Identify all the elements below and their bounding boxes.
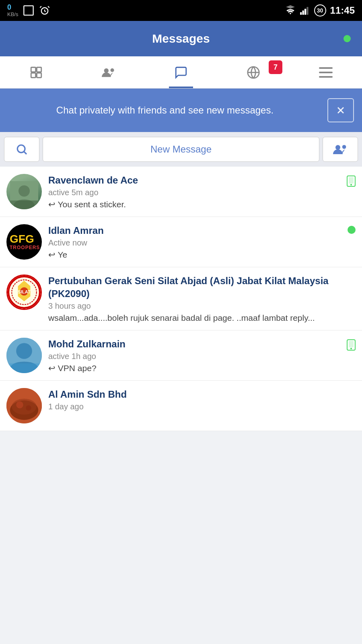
conv-content: Pertubuhan Gerak Seni Silat Abjad (Asli)… [48,275,356,322]
search-icon [15,143,28,156]
svg-rect-37 [6,363,42,373]
conversation-item[interactable]: SILAT Pertubuhan Gerak Seni Silat Abjad … [0,267,362,330]
conv-status: Active now [48,238,356,248]
svg-rect-5 [304,9,306,15]
svg-point-43 [12,398,37,415]
svg-point-36 [16,343,32,359]
svg-point-23 [342,145,346,149]
active-dot [348,226,356,234]
svg-rect-0 [24,6,33,15]
conv-content: Idlan Amran Active now ↩ Ye [48,224,356,260]
svg-line-21 [24,152,27,154]
conversation-item[interactable]: Al Amin Sdn Bhd 1 day ago [0,381,362,431]
svg-point-44 [16,401,23,409]
nav-tabs: 7 [0,56,362,89]
app-title: Messages [152,32,210,45]
svg-marker-2 [286,5,295,9]
person-silhouette [10,181,38,209]
conversation-item[interactable]: Ravenclawn de Ace active 5m ago ↩ You se… [0,167,362,217]
conv-name: Al Amin Sdn Bhd [48,388,356,400]
conv-name: Ravenclawn de Ace [48,174,356,186]
svg-rect-4 [302,10,304,15]
conversation-list: Ravenclawn de Ace active 5m ago ↩ You se… [0,167,362,431]
conv-preview: wsalam...ada....boleh rujuk senarai bada… [48,313,356,323]
mobile-icon [347,339,356,351]
svg-rect-28 [349,177,354,184]
online-indicator [343,35,351,42]
gfg-sub: TROOPERS [10,245,40,250]
status-indicator [347,175,356,188]
avatar: GFG TROOPERS [6,224,42,260]
alarm-icon [39,5,50,16]
gfg-logo: GFG [10,233,34,245]
svg-rect-7 [31,67,35,72]
svg-rect-39 [349,341,354,347]
contacts-button[interactable] [323,137,358,162]
alamin-avatar [6,388,42,423]
app-header: Messages [0,21,362,56]
promo-text: Chat privately with friends and see new … [8,103,322,117]
promo-close-button[interactable] [327,98,354,122]
svg-point-40 [350,348,352,349]
conversation-item[interactable]: Mohd Zulkarnain active 1h ago ↩ VPN ape? [0,330,362,381]
svg-point-22 [335,145,340,150]
conv-name: Pertubuhan Gerak Seni Silat Abjad (Asli)… [48,275,356,299]
conv-status: 3 hours ago [48,301,356,311]
action-bar: New Message [0,132,362,167]
conv-content: Ravenclawn de Ace active 5m ago ↩ You se… [48,174,356,209]
globe-badge: 7 [269,60,282,74]
search-button[interactable] [4,137,39,162]
contacts-icon [333,142,348,157]
svg-rect-26 [10,200,38,209]
data-speed: 0 KB/s [7,4,18,17]
svg-point-12 [111,68,114,72]
tab-menu[interactable] [290,56,362,88]
globe-icon [247,66,260,79]
status-indicator [347,339,356,352]
svg-rect-9 [31,73,35,77]
conv-content: Al Amin Sdn Bhd 1 day ago [48,388,356,414]
avatar [6,388,42,423]
friends-icon [102,66,115,79]
conv-preview: ↩ VPN ape? [48,363,356,373]
battery-30: 30 [314,4,326,17]
svg-rect-15 [319,67,333,69]
clock: 11:45 [330,5,355,16]
tab-news-feed[interactable] [0,56,72,88]
status-left: 0 KB/s [7,4,50,17]
conv-status: active 5m ago [48,188,356,197]
close-icon [335,105,346,116]
svg-rect-10 [37,73,41,77]
avatar [6,174,42,209]
svg-point-45 [26,405,31,411]
conv-name: Mohd Zulkarnain [48,338,356,350]
status-indicator [348,226,356,234]
news-feed-icon [29,66,43,79]
tab-friends[interactable] [72,56,145,88]
conv-status: active 1h ago [48,352,356,361]
conv-content: Mohd Zulkarnain active 1h ago ↩ VPN ape? [48,338,356,373]
svg-point-29 [350,184,352,186]
status-bar: 0 KB/s 30 11:45 [0,0,362,21]
svg-rect-3 [300,12,302,15]
conv-preview: ↩ Ye [48,250,356,260]
promo-banner: Chat privately with friends and see new … [0,89,362,132]
avatar [6,338,42,373]
svg-point-20 [17,145,25,153]
avatar: SILAT [6,275,42,310]
conv-name: Idlan Amran [48,224,356,237]
messages-icon [174,66,188,79]
svg-rect-8 [37,67,41,72]
group-emblem: SILAT [8,276,41,309]
conversation-item[interactable]: GFG TROOPERS Idlan Amran Active now ↩ Ye [0,217,362,267]
svg-rect-16 [319,72,333,73]
svg-rect-6 [306,7,308,15]
tab-globe[interactable]: 7 [217,56,290,88]
new-message-button[interactable]: New Message [43,137,319,162]
conv-preview: ↩ You sent a sticker. [48,200,356,209]
svg-point-11 [104,68,109,72]
tab-messages[interactable] [145,56,217,88]
svg-rect-17 [319,76,333,78]
screen-icon [23,5,34,16]
wifi-icon [285,5,296,16]
